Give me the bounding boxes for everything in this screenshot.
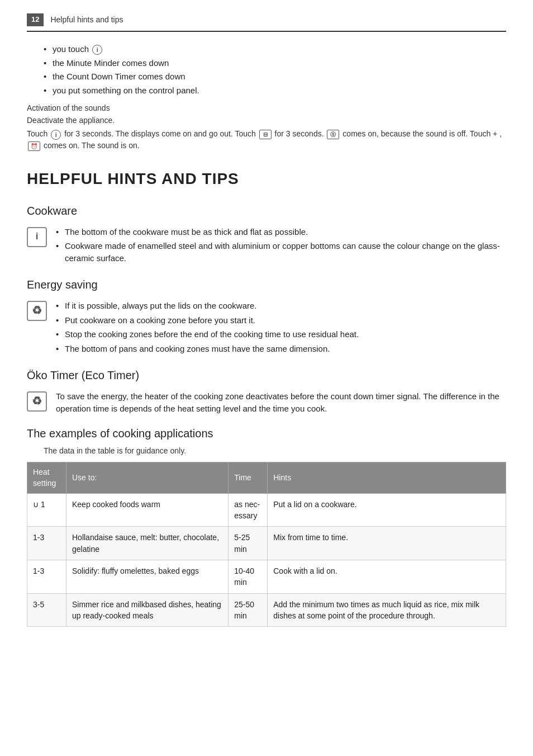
cookware-bullets: The bottom of the cookware must be as th… — [56, 226, 506, 267]
intro-list: you touch i the Minute Minder comes down… — [44, 43, 506, 97]
activation-label: Activation of the sounds — [27, 102, 506, 114]
eco-subtitle: Öko Timer (Eco Timer) — [27, 367, 506, 384]
clock-icon: ⏰ — [28, 141, 40, 151]
col-time: Time — [229, 462, 268, 494]
cell-heat-1: 1-3 — [27, 527, 66, 560]
cookware-icon: i — [27, 227, 47, 247]
table-header-row: Heat setting Use to: Time Hints — [27, 462, 506, 494]
cookware-bullet-1: The bottom of the cookware must be as th… — [56, 226, 506, 238]
energy-bullets: If it is possible, always put the lids o… — [56, 300, 506, 357]
energy-icon: ♻ — [27, 301, 47, 321]
cell-time-3: 25-50 min — [229, 593, 268, 627]
cell-use-0: Keep cooked foods warm — [66, 493, 229, 527]
table-body: ∪ 1Keep cooked foods warmas nec- essaryP… — [27, 493, 506, 626]
energy-subtitle: Energy saving — [27, 277, 506, 293]
energy-bullet-2: Put cookware on a cooking zone before yo… — [56, 314, 506, 327]
instruction-text: Touch i for 3 seconds. The displays come… — [27, 128, 506, 151]
eco-icon: ♻ — [27, 391, 47, 412]
energy-bullet-4: The bottom of pans and cooking zones mus… — [56, 343, 506, 355]
cell-time-1: 5-25 min — [229, 527, 268, 560]
s-icon: ⓢ — [327, 130, 339, 139]
intro-item-2: the Minute Minder comes down — [44, 57, 506, 69]
info-icon-inline: i — [92, 45, 102, 55]
eco-text: To save the energy, the heater of the co… — [56, 390, 506, 415]
cell-hints-0: Put a lid on a cookware. — [268, 493, 506, 527]
cell-hints-3: Add the minimum two times as much liquid… — [268, 593, 506, 627]
cell-time-2: 10-40 min — [229, 560, 268, 593]
table-row: 1-3Hollandaise sauce, melt: butter, choc… — [27, 527, 506, 560]
cookware-info-row: i The bottom of the cookware must be as … — [27, 226, 506, 267]
eco-info-row: ♻ To save the energy, the heater of the … — [27, 390, 506, 415]
main-section-title: HELPFUL HINTS AND TIPS — [27, 168, 506, 191]
cell-hints-2: Cook with a lid on. — [268, 560, 506, 593]
page-wrapper: 12 Helpful hints and tips you touch i th… — [0, 0, 533, 654]
rect-icon-1: ⊟ — [259, 130, 272, 139]
table-row: ∪ 1Keep cooked foods warmas nec- essaryP… — [27, 493, 506, 527]
energy-info-row: ♻ If it is possible, always put the lids… — [27, 300, 506, 357]
cookware-bullet-2: Cookware made of enamelled steel and wit… — [56, 240, 506, 264]
page-header: 12 Helpful hints and tips — [27, 13, 506, 32]
cell-heat-2: 1-3 — [27, 560, 66, 593]
cell-heat-3: 3-5 — [27, 593, 66, 627]
header-title: Helpful hints and tips — [50, 14, 123, 25]
cell-use-1: Hollandaise sauce, melt: butter, chocola… — [66, 527, 229, 560]
cell-hints-1: Mix from time to time. — [268, 527, 506, 560]
table-row: 1-3Solidify: fluffy omelettes, baked egg… — [27, 560, 506, 593]
page-number: 12 — [27, 13, 44, 26]
cell-use-3: Simmer rice and milkbased dishes, heatin… — [66, 593, 229, 627]
deactivate-text: Deactivate the appliance. — [27, 115, 506, 126]
intro-item-4: you put something on the control panel. — [44, 84, 506, 97]
col-heat: Heat setting — [27, 462, 66, 494]
i-icon: i — [51, 130, 61, 140]
cooking-apps-subtitle: The examples of cooking applications — [27, 426, 506, 442]
energy-bullet-3: Stop the cooking zones before the end of… — [56, 328, 506, 341]
col-hints: Hints — [268, 462, 506, 494]
table-row: 3-5Simmer rice and milkbased dishes, hea… — [27, 593, 506, 627]
energy-bullet-1: If it is possible, always put the lids o… — [56, 300, 506, 312]
cookware-subtitle: Cookware — [27, 203, 506, 219]
cell-heat-0: ∪ 1 — [27, 493, 66, 527]
cooking-table: Heat setting Use to: Time Hints ∪ 1Keep … — [27, 462, 506, 627]
col-use: Use to: — [66, 462, 229, 494]
cell-use-2: Solidify: fluffy omelettes, baked eggs — [66, 560, 229, 593]
table-guidance: The data in the table is for guidance on… — [44, 445, 506, 456]
intro-item-1: you touch i — [44, 43, 506, 55]
intro-item-3: the Count Down Timer comes down — [44, 70, 506, 83]
cell-time-0: as nec- essary — [229, 493, 268, 527]
